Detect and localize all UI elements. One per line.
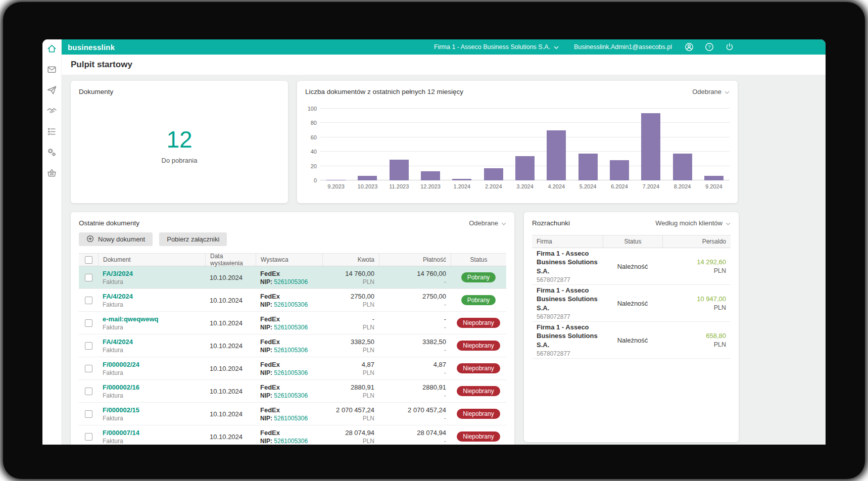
- chart-x-labels: 9.202310.202311.202312.20231.20242.20243…: [320, 183, 730, 189]
- settlement-amount: 14 292,60: [697, 258, 726, 266]
- amount-value: 3382,50: [351, 338, 374, 346]
- payment-sub: -: [444, 301, 446, 308]
- new-document-button[interactable]: Nowy dokument: [79, 232, 153, 246]
- amount-currency: PLN: [363, 438, 374, 445]
- company-name: Firma 1 - Asseco Business Solutions S.A.: [537, 323, 598, 350]
- sidebar-item-contractors[interactable]: [42, 102, 62, 122]
- checklist-icon: [46, 126, 57, 139]
- table-row[interactable]: F/000007/14Faktura10.10.2024FedExNIP: 52…: [79, 425, 506, 445]
- user-email[interactable]: Businesslink.Admin1@assecobs.pl: [574, 43, 672, 51]
- logout-button[interactable]: [725, 42, 735, 52]
- issuer-nip: 5261005306: [274, 347, 308, 354]
- column-header-dokument[interactable]: Dokument: [98, 254, 205, 266]
- company-selector[interactable]: Firma 1 - Asseco Business Solutions S.A.: [434, 43, 559, 51]
- amount-currency: PLN: [363, 301, 374, 308]
- sidebar: [42, 39, 62, 445]
- payment-sub: -: [444, 415, 446, 422]
- document-type: Faktura: [103, 278, 201, 285]
- chart-x-tick-label: 8.2024: [666, 183, 698, 189]
- power-icon: [725, 42, 735, 52]
- sidebar-item-send[interactable]: [42, 81, 62, 102]
- column-header-wystawca[interactable]: Wystawca: [256, 254, 322, 266]
- column-header-kwota[interactable]: Kwota: [322, 254, 379, 266]
- table-row[interactable]: FA/4/2024Faktura10.10.2024FedExNIP: 5261…: [79, 334, 506, 357]
- nip-label: NIP:: [260, 301, 272, 308]
- table-row[interactable]: FA/3/2024Faktura10.10.2024FedExNIP: 5261…: [79, 266, 506, 289]
- row-checkbox[interactable]: [85, 433, 92, 441]
- document-link[interactable]: F/000002/24: [103, 361, 201, 368]
- amount-value: 2 070 457,24: [336, 406, 374, 414]
- document-type: Faktura: [103, 392, 201, 399]
- download-attachments-button[interactable]: Pobierz załączniki: [159, 232, 227, 246]
- issuer-nip: 5261005306: [274, 301, 308, 308]
- column-header-platnosc[interactable]: Płatność: [379, 254, 451, 266]
- settlement-row[interactable]: Firma 1 - Asseco Business Solutions S.A.…: [532, 285, 731, 322]
- document-type: Faktura: [103, 347, 201, 354]
- table-row[interactable]: F/000002/15Faktura10.10.2024FedExNIP: 52…: [79, 403, 506, 425]
- status-badge: Niepobrany: [457, 318, 500, 328]
- chart-bar-slot: [352, 109, 383, 180]
- recent-documents-filter-dropdown[interactable]: Odebrane: [469, 219, 506, 227]
- column-header-data-wystawienia[interactable]: Data wystawienia: [205, 254, 256, 266]
- payment-value: 2750,00: [422, 293, 446, 300]
- column-header-status[interactable]: Status: [603, 235, 662, 248]
- table-row[interactable]: F/000002/24Faktura10.10.2024FedExNIP: 52…: [79, 357, 506, 380]
- issue-date: 10.10.2024: [205, 297, 256, 304]
- document-link[interactable]: FA/4/2024: [103, 293, 201, 300]
- help-button[interactable]: ?: [704, 42, 714, 52]
- document-link[interactable]: F/000002/16: [103, 383, 201, 391]
- amount-value: 2880,91: [351, 383, 374, 391]
- row-checkbox[interactable]: [85, 319, 92, 327]
- document-link[interactable]: e-mail:qweqwewq: [103, 315, 201, 323]
- table-row[interactable]: F/000002/16Faktura10.10.2024FedExNIP: 52…: [79, 380, 506, 403]
- chart-bar-slot: [446, 109, 477, 180]
- document-link[interactable]: F/000007/14: [103, 429, 201, 437]
- user-account-button[interactable]: [684, 42, 694, 52]
- row-checkbox[interactable]: [85, 342, 92, 350]
- settlement-row[interactable]: Firma 1 - Asseco Business Solutions S.A.…: [532, 322, 731, 359]
- document-link[interactable]: F/000002/15: [103, 406, 201, 414]
- column-header-firma[interactable]: Firma: [532, 235, 603, 248]
- sidebar-item-tasks[interactable]: [42, 122, 62, 143]
- sidebar-item-settings[interactable]: [42, 143, 62, 164]
- select-all-checkbox[interactable]: [85, 256, 92, 264]
- brand-logo: businesslink: [68, 43, 115, 52]
- row-checkbox[interactable]: [85, 410, 92, 418]
- row-checkbox[interactable]: [85, 297, 92, 304]
- column-header-status[interactable]: Status: [451, 254, 506, 266]
- settlements-card: Rozrachunki Według moich klientów Firma …: [524, 212, 739, 442]
- company-name: Firma 1 - Asseco Business Solutions S.A.: [537, 249, 598, 276]
- chart-plot: [320, 109, 730, 180]
- chart-bar: [326, 180, 346, 180]
- row-checkbox[interactable]: [85, 388, 92, 395]
- sidebar-item-inbox[interactable]: [42, 60, 62, 81]
- amount-value: 14 760,00: [345, 270, 374, 277]
- settlements-filter-dropdown[interactable]: Według moich klientów: [655, 219, 731, 227]
- payment-value: 4,87: [433, 361, 446, 368]
- row-checkbox[interactable]: [85, 274, 92, 281]
- company-id: 5678072877: [537, 350, 598, 357]
- chart-bar-slot: [698, 109, 730, 180]
- chart-bar-slot: [666, 109, 698, 180]
- table-row[interactable]: FA/4/2024Faktura10.10.2024FedExNIP: 5261…: [79, 289, 506, 312]
- settlements-table-body: Firma 1 - Asseco Business Solutions S.A.…: [532, 248, 731, 359]
- column-header-persaldo[interactable]: Persaldo: [662, 235, 731, 248]
- sidebar-item-marketplace[interactable]: [42, 164, 62, 184]
- chart-x-tick-label: 6.2024: [604, 183, 635, 189]
- document-link[interactable]: FA/3/2024: [103, 270, 201, 277]
- row-checkbox[interactable]: [85, 365, 92, 372]
- status-badge: Niepobrany: [457, 431, 500, 442]
- settlement-row[interactable]: Firma 1 - Asseco Business Solutions S.A.…: [532, 248, 731, 285]
- payment-sub: -: [444, 324, 446, 331]
- chart-y-tick-label: 40: [311, 149, 317, 155]
- sidebar-item-home[interactable]: [42, 39, 62, 60]
- document-type: Faktura: [103, 369, 201, 376]
- documents-table-body: FA/3/2024Faktura10.10.2024FedExNIP: 5261…: [79, 266, 506, 445]
- document-link[interactable]: FA/4/2024: [103, 338, 201, 346]
- issuer-nip: 5261005306: [274, 369, 308, 376]
- table-row[interactable]: e-mail:qweqwewqFaktura10.10.2024FedExNIP…: [79, 312, 506, 334]
- payment-value: 28 074,94: [417, 429, 446, 437]
- chart-filter-dropdown[interactable]: Odebrane: [692, 88, 730, 95]
- chart-bar: [484, 168, 503, 180]
- chevron-down-icon: [501, 219, 506, 227]
